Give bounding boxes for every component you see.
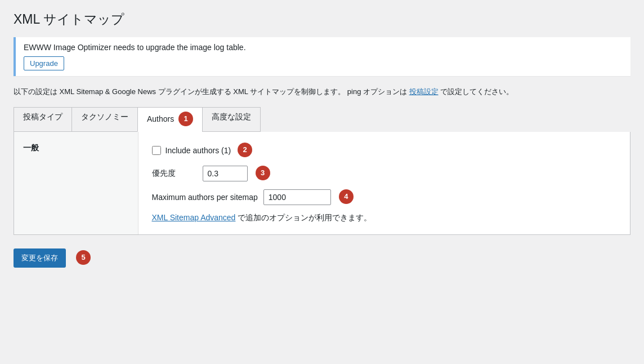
content-area: 一般 Include authors (1) 2 優先度 <box>14 132 630 235</box>
notice-box: EWWW Image Optimizer needs to upgrade th… <box>14 37 630 76</box>
page-title: XML サイトマップ <box>14 11 630 28</box>
upgrade-button[interactable]: Upgrade <box>24 56 64 70</box>
tab-authors-badge: 1 <box>178 112 193 126</box>
include-authors-label: Include authors (1) <box>166 146 231 155</box>
tab-authors[interactable]: Authors 1 <box>137 107 202 132</box>
row-content: Include authors (1) 2 優先度 3 Maximum auth <box>138 132 630 234</box>
include-authors-checkbox[interactable] <box>152 146 161 155</box>
max-authors-input[interactable] <box>263 189 331 205</box>
tab-post-types[interactable]: 投稿タイプ <box>14 107 71 132</box>
field-group: Include authors (1) 2 優先度 3 Maximum auth <box>152 143 617 223</box>
row-label: 一般 <box>14 132 138 234</box>
max-authors-label: Maximum authors per sitemap <box>152 193 258 202</box>
tab-taxonomy[interactable]: タクソノミー <box>71 107 137 132</box>
advanced-link-row: XML Sitemap Advanced で追加のオプションが利用できます。 <box>152 213 617 223</box>
include-authors-row: Include authors (1) 2 <box>152 143 617 158</box>
description-text: 以下の設定は XML Sitemap & Google News プラグインが生… <box>14 86 630 98</box>
priority-row: 優先度 3 <box>152 166 617 181</box>
notice-text: EWWW Image Optimizer needs to upgrade th… <box>24 43 623 52</box>
priority-badge: 3 <box>256 166 270 180</box>
max-authors-row: Maximum authors per sitemap 4 <box>152 189 617 205</box>
max-authors-badge: 4 <box>339 189 354 204</box>
priority-label: 優先度 <box>152 168 197 179</box>
settings-link[interactable]: 投稿設定 <box>409 87 439 96</box>
tab-advanced[interactable]: 高度な設定 <box>202 107 261 132</box>
save-badge: 5 <box>76 250 91 265</box>
xml-sitemap-advanced-link[interactable]: XML Sitemap Advanced <box>152 213 236 222</box>
general-row: 一般 Include authors (1) 2 優先度 <box>14 132 630 234</box>
save-button[interactable]: 変更を保存 <box>14 248 66 268</box>
tabs-row: 投稿タイプ タクソノミー Authors 1 高度な設定 <box>14 107 630 132</box>
footer-row: 変更を保存 5 <box>14 248 630 268</box>
settings-table: 一般 Include authors (1) 2 優先度 <box>14 132 630 234</box>
include-authors-badge: 2 <box>238 143 252 157</box>
priority-input[interactable] <box>203 166 248 181</box>
